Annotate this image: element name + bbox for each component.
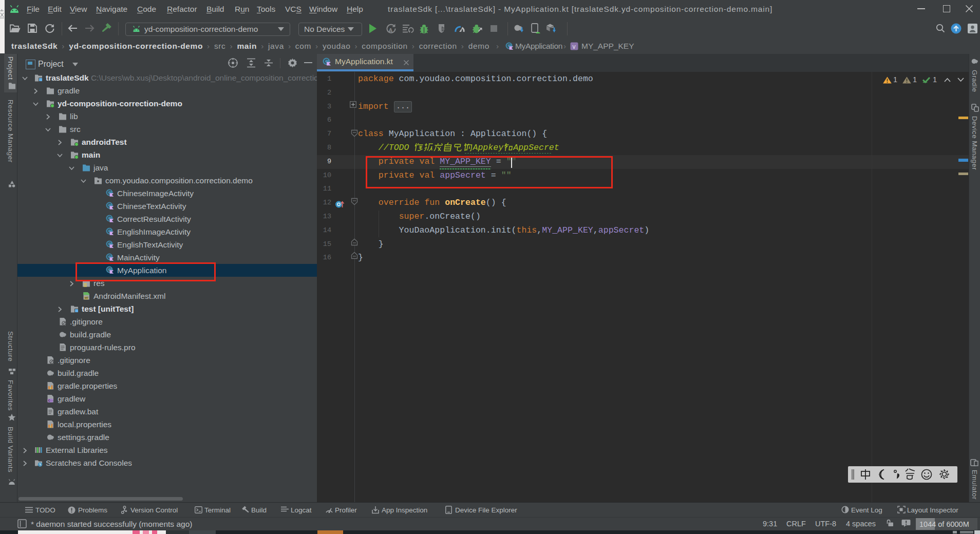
svg-text:A: A [389,27,393,33]
svg-text:v: v [573,43,576,50]
